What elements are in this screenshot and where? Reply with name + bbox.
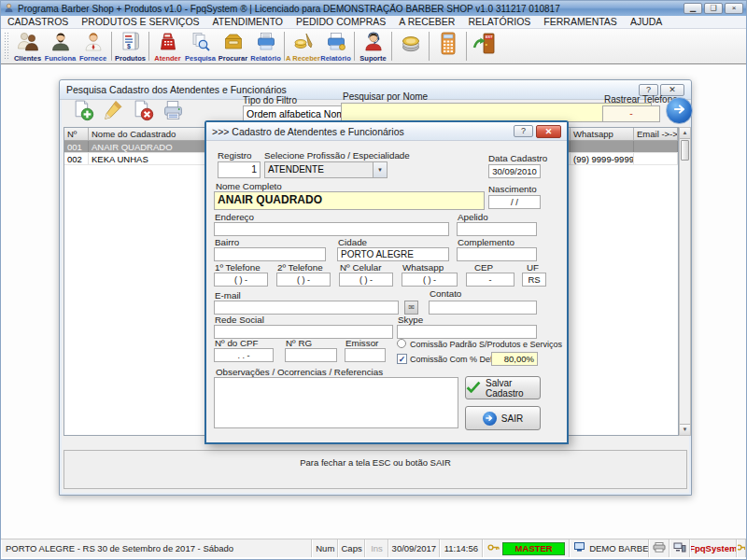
toolbar-produtos-button[interactable]: $ Produtos <box>114 29 147 63</box>
footer-hint-text: Para fechar a tela ESC ou botão SAIR <box>300 457 451 468</box>
menu-a-receber[interactable]: A RECEBER <box>392 16 461 28</box>
observacoes-textarea[interactable] <box>214 377 458 428</box>
grid-vertical-scrollbar[interactable]: ▲ ▼ <box>679 127 691 436</box>
toolbar-calculator-button[interactable] <box>431 29 464 63</box>
scrollbar-thumb[interactable] <box>681 140 689 161</box>
exit-door-icon: EXIT <box>472 31 499 56</box>
menu-cadastros[interactable]: CADASTROS <box>1 16 75 28</box>
apelido-input[interactable] <box>457 222 537 236</box>
main-toolbar: Clientes Funciona Fornece $ Produtos Ate… <box>1 29 746 64</box>
scroll-down-icon[interactable]: ▼ <box>680 424 690 435</box>
cidade-label: Cidade <box>338 237 367 247</box>
comissao-definida-checkbox[interactable]: ✓ <box>397 354 407 364</box>
comissao-padrao-radio[interactable] <box>397 339 406 348</box>
add-record-button[interactable] <box>72 99 95 126</box>
app-title: Programa Barber Shop + Produtos v1.0 - F… <box>18 4 684 14</box>
scroll-up-icon[interactable]: ▲ <box>680 128 690 139</box>
skype-label: Skype <box>398 315 423 325</box>
comissao-percent-field[interactable]: 80,00% <box>491 352 538 366</box>
grid-column-email[interactable]: Email ->->-> <box>634 128 678 140</box>
printer-icon <box>653 542 666 554</box>
status-network-button[interactable] <box>669 539 690 557</box>
edit-record-button[interactable] <box>102 99 125 126</box>
close-button[interactable]: × <box>725 3 743 14</box>
menu-ferramentas[interactable]: FERRAMENTAS <box>537 16 624 28</box>
email-input[interactable] <box>214 301 399 315</box>
menu-atendimento[interactable]: ATENDIMENTO <box>206 16 289 28</box>
toolbar-separator <box>111 32 112 61</box>
complemento-input[interactable] <box>457 247 537 261</box>
bairro-input[interactable] <box>214 247 326 261</box>
menu-produtos-servicos[interactable]: PRODUTOS E SERVIÇOS <box>75 16 205 28</box>
toolbar-atender-button[interactable]: Atender <box>151 29 184 63</box>
filter-type-label: Tipo do Filtro <box>243 95 297 105</box>
pc-icon <box>574 542 586 554</box>
telefone1-input[interactable]: ( ) - <box>214 273 268 287</box>
toolbar-funcionarios-button[interactable]: Funciona <box>44 29 77 63</box>
status-printer-button[interactable] <box>649 539 669 557</box>
comissao-padrao-label: Comissão Padrão S/Produtos e Serviços <box>410 340 562 349</box>
cpf-input[interactable]: . . - <box>214 348 274 362</box>
toolbar-a-receber-button[interactable]: A Receber <box>287 29 319 63</box>
uf-input[interactable]: RS <box>522 273 546 287</box>
dialog-close-button[interactable]: ✕ <box>536 125 561 138</box>
status-demo: DEMO BARBER 1.0 <box>570 539 649 557</box>
app-titlebar[interactable]: Programa Barber Shop + Produtos v1.0 - F… <box>1 1 746 16</box>
grid-column-num[interactable]: Nº <box>64 128 89 140</box>
toolbar-separator <box>429 32 430 61</box>
cidade-input[interactable]: PORTO ALEGRE <box>337 247 449 261</box>
toolbar-relatorio-button[interactable]: Relatório <box>249 29 282 63</box>
telefone2-input[interactable]: ( ) - <box>276 273 331 287</box>
rede-social-input[interactable] <box>214 325 393 339</box>
emissor-input[interactable] <box>345 348 386 362</box>
search-by-name-label: Pesquisar por Nome <box>343 91 428 102</box>
key-icon <box>487 542 500 554</box>
celular-input[interactable]: ( ) - <box>339 273 393 287</box>
key-icon <box>737 542 746 554</box>
menu-relatorios[interactable]: RELATÓRIOS <box>461 16 537 28</box>
nascimento-field[interactable]: / / <box>488 195 541 209</box>
grid-column-whatsapp[interactable]: Whatsapp <box>571 128 634 140</box>
support-person-icon <box>362 31 385 51</box>
nome-completo-input[interactable]: ANAIR QUADRADO <box>214 191 485 210</box>
menu-ajuda[interactable]: AJUDA <box>624 16 669 28</box>
clients-icon <box>17 31 39 51</box>
toolbar-clientes-button[interactable]: Clientes <box>11 29 44 63</box>
toolbar-procurar-button[interactable]: Procurar <box>217 29 249 63</box>
cep-input[interactable]: - <box>466 273 514 287</box>
toolbar-fornecedores-button[interactable]: Fornece <box>77 29 109 63</box>
print-list-button[interactable] <box>162 99 185 126</box>
profissao-select[interactable]: ATENDENTE ▼ <box>264 161 388 178</box>
rg-input[interactable] <box>285 348 337 362</box>
toolbar-suporte-button[interactable]: Suporte <box>357 29 389 63</box>
whatsapp-input[interactable]: ( ) - <box>402 273 458 287</box>
toolbar-exit-button[interactable]: EXIT <box>469 29 501 63</box>
delete-record-button[interactable] <box>132 99 155 126</box>
skype-input[interactable] <box>397 325 537 339</box>
email-action-button[interactable]: ✉ <box>404 301 418 315</box>
toolbar-separator <box>284 32 285 61</box>
data-cadastro-field[interactable]: 30/09/2010 <box>488 164 541 178</box>
bairro-label: Bairro <box>215 237 239 247</box>
cadastro-dialog-titlebar[interactable]: >>> Cadastro de Atendentes e Funcionário… <box>206 122 567 141</box>
cash-register-icon <box>157 31 179 51</box>
registro-field[interactable]: 1 <box>218 161 261 178</box>
menu-pedido-compras[interactable]: PEDIDO COMPRAS <box>289 16 392 28</box>
search-go-button[interactable] <box>666 97 693 124</box>
track-phone-input[interactable]: - <box>602 105 660 122</box>
restore-button[interactable]: ❑ <box>704 3 723 14</box>
toolbar-relatorio2-button[interactable]: Relatório <box>319 29 352 63</box>
footer-hint-panel: Para fechar a tela ESC ou botão SAIR <box>63 450 687 489</box>
dialog-help-button[interactable]: ? <box>514 125 533 137</box>
contato-input[interactable] <box>429 301 537 315</box>
toolbar-pesquisa-button[interactable]: Pesquisa <box>184 29 217 63</box>
nascimento-label: Nascimento <box>488 184 537 194</box>
toolbar-coins-button[interactable] <box>394 29 427 63</box>
salvar-cadastro-button[interactable]: Salvar Cadastro <box>465 376 541 399</box>
sair-button[interactable]: SAIR <box>465 406 541 430</box>
endereco-input[interactable] <box>214 222 449 236</box>
registro-label: Registro <box>218 150 251 161</box>
celular-label: Nº Celular <box>340 262 381 273</box>
minimize-button[interactable]: ▁ <box>684 3 702 14</box>
whatsapp-label: Whatsapp <box>402 262 444 273</box>
